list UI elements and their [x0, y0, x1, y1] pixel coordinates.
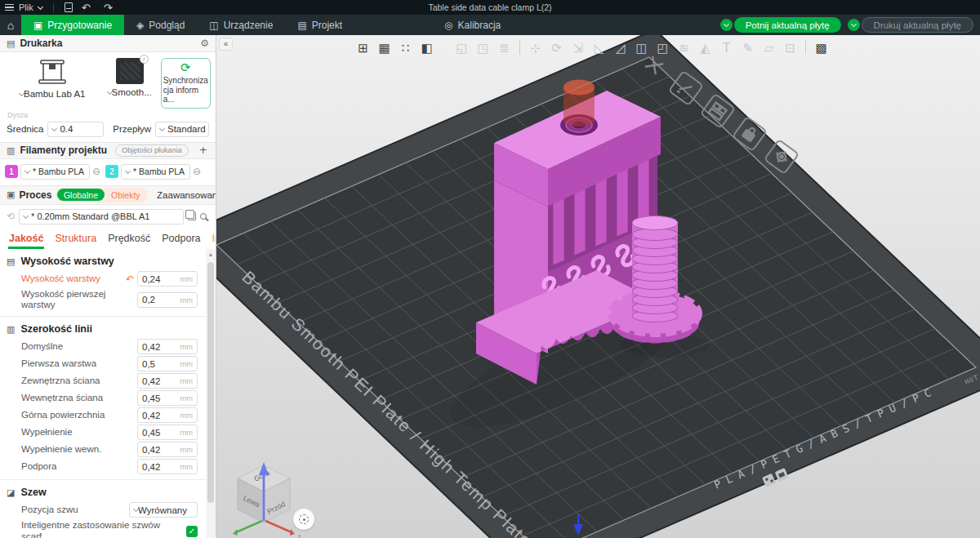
collapse-sidebar-button[interactable]: «: [219, 38, 233, 51]
info-icon[interactable]: i: [140, 55, 149, 64]
process-tab-prędkość[interactable]: Prędkość: [102, 230, 156, 249]
auto-arrange-icon[interactable]: ∷: [396, 38, 415, 57]
setting-row: Górna powierzchnia0,42mm: [0, 407, 206, 424]
negative-part-cylinder[interactable]: [564, 80, 595, 127]
flush-volumes-button[interactable]: Objętości płukania: [115, 145, 189, 157]
setting-unit: mm: [180, 359, 193, 368]
plate-type-selector[interactable]: i Smooth...: [105, 58, 154, 97]
setting-unit: mm: [180, 296, 193, 305]
setting-unit: mm: [180, 376, 193, 385]
section-title: Wysokość warstwy: [20, 256, 114, 267]
scope-globalne[interactable]: Globalne: [57, 189, 105, 201]
tab-kalibracja[interactable]: ◎Kalibracja: [432, 15, 513, 35]
setting-label: Pierwsza warstwa: [21, 358, 137, 370]
settings-scrollbar[interactable]: ▲: [206, 249, 216, 538]
add-plate-icon[interactable]: ▦: [375, 38, 394, 57]
tab-przygotowanie[interactable]: ▣Przygotowanie: [21, 15, 124, 35]
add-object-icon[interactable]: ⊞: [354, 38, 372, 57]
slice-options-icon[interactable]: [720, 19, 733, 31]
setting-value-box[interactable]: 0,24mm: [137, 271, 198, 287]
printer-cards: Bambu Lab A1 i Smooth... ⟳ Synchronizacj…: [0, 52, 216, 110]
lay-on-face-tool-icon: ◺: [590, 38, 608, 57]
sync-info-button[interactable]: ⟳ Synchronizacja informa...: [161, 58, 211, 109]
setting-row: Wypełnienie wewn.0,42mm: [0, 441, 206, 458]
setting-checkbox[interactable]: ✓: [186, 526, 198, 537]
save-preset-icon[interactable]: [188, 212, 196, 220]
scene-canvas[interactable]: Bambu Smooth PEI Plate / High Temp Plate…: [216, 35, 980, 538]
menu-icon[interactable]: [5, 4, 14, 11]
process-tab-jakość[interactable]: Jakość: [3, 230, 49, 249]
filament-select[interactable]: * Bambu PLA B...: [20, 164, 90, 180]
nozzle-params: Średnica 0.4 Przepływ Standard: [0, 119, 216, 142]
split-view-icon[interactable]: ◧: [417, 38, 436, 57]
search-icon[interactable]: [200, 213, 207, 220]
viewport-toolbar: ⊞▦∷◧◱◳≣⊹⟳⇲◺◿◫◰≋◭T✎▱⊡▩: [354, 38, 831, 57]
setting-unit: mm: [180, 411, 193, 420]
process-preset-select[interactable]: * 0.20mm Standard @BBL A1: [19, 209, 184, 225]
scrollbar-thumb[interactable]: [207, 262, 214, 503]
setting-label: Pozycja szwu: [21, 504, 129, 516]
refresh-preset-icon[interactable]: ⟲: [7, 211, 15, 222]
setting-value: 0,5: [142, 359, 155, 369]
setting-value-box[interactable]: 0,2mm: [137, 292, 198, 308]
setting-row: Wysokość warstwy↶0,24mm: [0, 270, 206, 287]
flow-select[interactable]: Standard: [155, 122, 209, 137]
scope-obiekty[interactable]: Obiekty: [105, 189, 147, 201]
section-title: Szew: [20, 487, 46, 498]
process-tab-podpora[interactable]: Podpora: [156, 230, 206, 249]
setting-value-box[interactable]: 0,45mm: [137, 390, 198, 406]
setting-select[interactable]: Wyrównany: [129, 502, 198, 518]
process-tab-inne[interactable]: Inne: [207, 230, 217, 249]
tab-podgląd[interactable]: ◈Podgląd: [124, 15, 197, 35]
plate-type-name: Smooth...: [112, 87, 152, 97]
filament-select[interactable]: * Bambu PLA B...: [121, 164, 190, 180]
setting-row: Inteligentne zastosowanie szwów scarf✓: [0, 518, 206, 538]
home-icon[interactable]: ⌂: [0, 15, 21, 35]
setting-label: Wypełnienie wewn.: [21, 443, 137, 456]
process-tab-struktura[interactable]: Struktura: [49, 230, 102, 249]
setting-label: Podpora: [21, 460, 137, 473]
main-navbar: ⌂ ▣Przygotowanie◈Podgląd◫Urządzenie▤Proj…: [0, 15, 980, 35]
chevron-down-icon[interactable]: [38, 3, 43, 9]
tab-icon: ◈: [136, 20, 144, 31]
text-tool-icon: T: [717, 38, 736, 57]
filament-color-chip[interactable]: 1: [5, 165, 18, 178]
sync-icon: ⟳: [180, 62, 191, 74]
save-icon[interactable]: [65, 2, 73, 12]
undo-modified-icon[interactable]: ↶: [126, 273, 134, 285]
printer-selector[interactable]: Bambu Lab A1: [7, 58, 99, 99]
setting-value-box[interactable]: 0,42mm: [137, 442, 198, 457]
setting-value-box[interactable]: 0,42mm: [137, 459, 198, 474]
slice-button[interactable]: Potnij aktualną płytę: [734, 17, 841, 33]
navigation-cube[interactable]: Góra Lewa Przód x: [233, 462, 301, 538]
filament-color-chip[interactable]: 2: [105, 165, 118, 178]
viewport-3d[interactable]: Bambu Smooth PEI Plate / High Temp Plate…: [216, 35, 980, 538]
setting-value: 0,42: [142, 462, 160, 472]
scroll-up-icon[interactable]: ▲: [206, 249, 216, 257]
copy-object-icon: ◱: [452, 38, 471, 57]
file-menu[interactable]: Plik: [19, 2, 33, 12]
setting-value-box[interactable]: 0,42mm: [137, 407, 198, 423]
reset-view-button[interactable]: [293, 509, 314, 530]
print-button[interactable]: Drukuj aktualną płytę: [862, 17, 973, 33]
print-options-icon[interactable]: [848, 19, 860, 31]
add-filament-icon[interactable]: +: [199, 145, 207, 156]
setting-value-box[interactable]: 0,42mm: [137, 339, 198, 354]
mesh-boolean-icon: ◭: [696, 38, 715, 57]
tab-urządzenie[interactable]: ◫Urządzenie: [197, 15, 285, 35]
redo-icon[interactable]: ↷: [104, 2, 113, 13]
undo-icon[interactable]: ↶: [82, 2, 91, 13]
setting-value-box[interactable]: 0,45mm: [137, 425, 198, 440]
setting-value: 0,2: [142, 295, 155, 305]
cut-tool-icon: ◿: [611, 38, 630, 57]
bambu-studio-window: Plik ↶ ↷ Table side data cable clamp L(2…: [0, 0, 980, 538]
setting-value-box[interactable]: 0,42mm: [137, 373, 198, 389]
printer-settings-gear-icon[interactable]: ⚙: [200, 38, 209, 49]
remove-filament-icon[interactable]: ⊖: [92, 166, 100, 177]
tab-projekt[interactable]: ▤Projekt: [285, 15, 354, 35]
remove-filament-icon[interactable]: ⊖: [193, 166, 201, 177]
setting-value-box[interactable]: 0,5mm: [137, 356, 198, 371]
setting-value: 0,42: [142, 445, 160, 455]
assembly-view-icon[interactable]: ▩: [812, 38, 831, 57]
diameter-select[interactable]: 0.4: [47, 122, 104, 137]
